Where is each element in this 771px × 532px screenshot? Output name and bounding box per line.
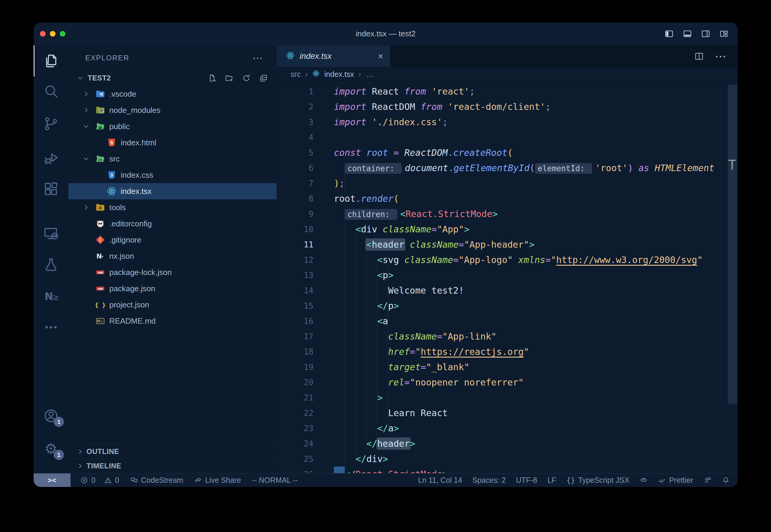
status-problems[interactable]: 00 — [80, 476, 119, 485]
code-token: "App-link" — [442, 331, 497, 342]
code-line[interactable]: 7); — [277, 176, 738, 191]
code-line[interactable]: 3import './index.css'; — [277, 114, 738, 130]
split-editor-icon[interactable] — [694, 51, 704, 61]
tree-item-project-json[interactable]: { }project.json — [68, 297, 277, 313]
tree-item-package-json[interactable]: npmpackage.json — [68, 280, 277, 297]
code-line[interactable]: 22 Learn React — [277, 405, 738, 421]
tree-item-index-tsx[interactable]: index.tsx — [68, 183, 277, 199]
tab-index-tsx[interactable]: index.tsx × — [277, 45, 390, 67]
status-copilot[interactable] — [639, 476, 648, 484]
code-line[interactable]: 8root.render( — [277, 191, 738, 206]
timeline-panel-header[interactable]: TIMELINE — [68, 458, 277, 473]
layout-customize-icon[interactable] — [719, 29, 729, 38]
tree-item-index-css[interactable]: 3index.css — [68, 167, 277, 183]
code-line[interactable]: 24 </header> — [277, 436, 738, 451]
nx-console-icon[interactable]: N≥ — [34, 287, 68, 306]
tree-item--editorconfig[interactable]: .editorconfig — [68, 216, 277, 232]
code-line[interactable]: 13 <p> — [277, 268, 738, 283]
status-eol[interactable]: LF — [547, 476, 556, 485]
code-line[interactable]: 17 className="App-link" — [277, 329, 738, 344]
more-views-icon[interactable] — [34, 318, 68, 337]
tree-item-node-modules[interactable]: JSnode_modules — [68, 102, 277, 118]
code-line[interactable]: 16 <a — [277, 313, 738, 329]
code-token: > — [492, 209, 498, 219]
refresh-icon[interactable] — [242, 74, 251, 83]
tree-item-readme-md[interactable]: M↓README.md — [68, 313, 277, 329]
tree-item-src[interactable]: src — [68, 151, 277, 167]
code-token: import — [334, 101, 372, 112]
layout-panel-icon[interactable] — [683, 29, 692, 38]
vertical-scrollbar[interactable] — [728, 85, 737, 404]
code-line[interactable]: 23 </a> — [277, 421, 738, 436]
status-codestream[interactable]: CodeStream — [130, 476, 183, 485]
outline-panel-header[interactable]: OUTLINE — [68, 444, 277, 459]
breadcrumb[interactable]: src›index.tsx›… — [277, 67, 738, 81]
code-line[interactable]: 5const root = ReactDOM.createRoot( — [277, 145, 738, 160]
code-line[interactable]: 10 <div className="App"> — [277, 222, 738, 237]
breadcrumb-item[interactable]: index.tsx — [324, 70, 354, 79]
layout-sidebar-left-icon[interactable] — [664, 29, 674, 38]
more-actions-icon[interactable]: ⋯ — [715, 50, 727, 63]
code-text: rel="noopener noreferrer" — [334, 377, 524, 388]
code-line[interactable]: 15 </p> — [277, 298, 738, 313]
run-debug-icon[interactable] — [34, 149, 68, 168]
accounts-icon[interactable]: 1 — [34, 407, 68, 425]
code-line[interactable]: 2import ReactDOM from 'react-dom/client'… — [277, 99, 738, 114]
status-feedback[interactable] — [703, 476, 712, 484]
tree-item-tools[interactable]: tools — [68, 199, 277, 216]
status-cursor-position[interactable]: Ln 11, Col 14 — [418, 476, 462, 485]
source-control-icon[interactable] — [34, 114, 68, 133]
code-token: > — [383, 454, 388, 464]
extensions-icon[interactable] — [34, 180, 68, 198]
explorer-section-header[interactable]: TEST2 — [68, 70, 277, 86]
code-line[interactable]: 12 <svg className="App-logo" xmlns="http… — [277, 252, 738, 268]
status-encoding[interactable]: UTF-8 — [516, 476, 537, 485]
breadcrumb-item[interactable]: … — [366, 70, 373, 79]
remote-indicator[interactable]: >< — [34, 473, 71, 487]
tree-item--gitignore[interactable]: .gitignore — [68, 232, 277, 248]
code-line[interactable]: 11 <header className="App-header"> — [277, 237, 738, 252]
testing-icon[interactable] — [34, 255, 68, 274]
explorer-icon[interactable] — [34, 52, 68, 70]
code-token: " — [524, 346, 529, 357]
code-line[interactable]: 18 href="https://reactjs.org" — [277, 344, 738, 359]
status-label: Spaces: 2 — [472, 476, 506, 485]
search-icon[interactable] — [34, 82, 68, 101]
code-line[interactable]: 6 container: document.getElementById(ele… — [277, 160, 738, 176]
new-file-icon[interactable] — [207, 74, 217, 83]
tree-item-package-lock-json[interactable]: npmpackage-lock.json — [68, 264, 277, 280]
code-text: href="https://reactjs.org" — [334, 346, 529, 357]
status-prettier[interactable]: Prettier — [658, 476, 693, 485]
settings-gear-icon[interactable]: ⚙1 — [34, 440, 68, 458]
status-live-share[interactable]: Live Share — [194, 476, 241, 485]
tree-item-index-html[interactable]: 5index.html — [68, 135, 277, 151]
tree-item--vscode[interactable]: .vscode — [68, 86, 277, 102]
code-token — [334, 224, 355, 234]
tree-item-nx-json[interactable]: Nnx.json — [68, 248, 277, 264]
status-notifications[interactable] — [722, 476, 730, 484]
sidebar-more-actions-icon[interactable]: ⋯ — [252, 52, 263, 64]
status-vim-mode[interactable]: -- NORMAL -- — [252, 476, 298, 485]
code-line[interactable]: 26 </React.StrictMode> — [277, 467, 738, 473]
status-language-mode[interactable]: {}TypeScript JSX — [567, 476, 630, 485]
close-tab-icon[interactable]: × — [378, 51, 383, 61]
breadcrumb-item[interactable]: src — [291, 70, 301, 79]
layout-sidebar-right-icon[interactable] — [701, 29, 710, 38]
remote-explorer-icon[interactable] — [34, 224, 68, 243]
tree-item-public[interactable]: public — [68, 118, 277, 135]
code-line[interactable]: 19 target="_blank" — [277, 359, 738, 375]
code-line[interactable]: 1import React from 'react'; — [277, 84, 738, 99]
code-line[interactable]: 21 > — [277, 390, 738, 405]
code-line[interactable]: 25 </div> — [277, 451, 738, 467]
new-folder-icon[interactable] — [225, 74, 234, 83]
code-line[interactable]: 14 Welcome test2! — [277, 283, 738, 298]
code-editor[interactable]: 1import React from 'react';2import React… — [277, 81, 738, 473]
code-line[interactable]: 9 children: <React.StrictMode> — [277, 206, 738, 222]
code-line[interactable]: 20 rel="noopener noreferrer" — [277, 375, 738, 390]
svg-text:N: N — [44, 291, 53, 302]
status-indentation[interactable]: Spaces: 2 — [472, 476, 506, 485]
code-token: header — [372, 239, 404, 250]
code-line[interactable]: 4 — [277, 130, 738, 145]
title-bar[interactable]: index.tsx — test2 — [34, 23, 738, 45]
collapse-all-icon[interactable] — [259, 74, 268, 83]
